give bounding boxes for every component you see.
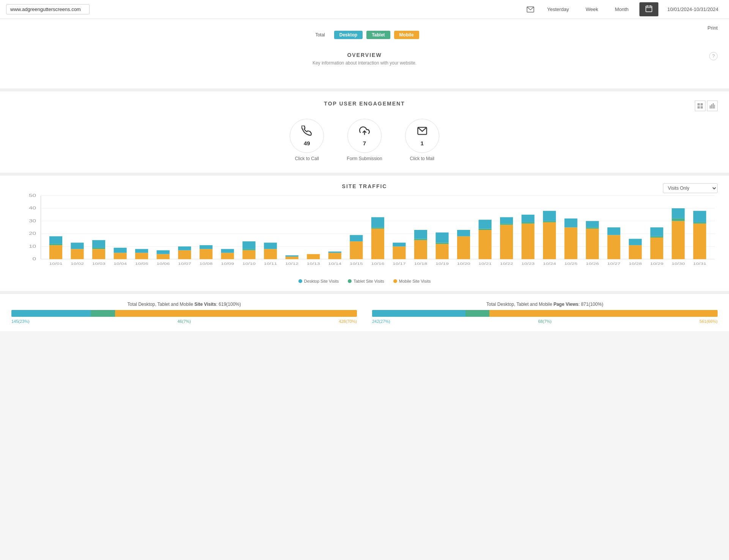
summary-pageviews-labels: 242(27%) 68(7%) 561(66%) <box>372 319 718 324</box>
legend-mobile-label: Mobile Site Visits <box>399 279 431 283</box>
mail-label: Click to Mail <box>410 156 434 161</box>
chart-view-button[interactable] <box>707 101 718 111</box>
engagement-card-call: 49 Click to Call <box>290 119 324 161</box>
svg-rect-54 <box>221 253 234 259</box>
svg-text:20: 20 <box>29 231 36 236</box>
svg-text:30: 30 <box>29 218 36 223</box>
svg-rect-11 <box>713 103 714 109</box>
filter-total[interactable]: Total <box>310 31 330 39</box>
engagement-header: TOP USER ENGAGEMENT <box>11 101 718 111</box>
svg-rect-87 <box>436 243 448 244</box>
svg-rect-82 <box>414 240 427 259</box>
svg-text:10/29: 10/29 <box>650 261 663 266</box>
svg-text:10/25: 10/25 <box>564 261 578 266</box>
svg-text:10/28: 10/28 <box>629 261 642 266</box>
top-controls: Print Total Desktop Tablet Mobile <box>0 19 729 44</box>
svg-text:10/14: 10/14 <box>328 261 341 266</box>
svg-rect-79 <box>393 247 406 260</box>
svg-rect-109 <box>565 227 578 259</box>
svg-text:10/03: 10/03 <box>92 261 106 266</box>
call-circle: 49 <box>290 119 324 153</box>
summary-visits-bar <box>11 310 357 317</box>
svg-rect-29 <box>49 244 62 245</box>
svg-rect-126 <box>672 221 685 260</box>
svg-rect-91 <box>457 230 470 236</box>
svg-rect-1 <box>646 6 652 12</box>
filter-mobile[interactable]: Mobile <box>394 31 419 39</box>
svg-rect-62 <box>264 243 277 249</box>
legend-tablet-dot <box>348 279 352 283</box>
svg-rect-97 <box>500 225 513 260</box>
print-button[interactable]: Print <box>707 25 718 31</box>
svg-rect-55 <box>221 249 234 253</box>
engagement-section: TOP USER ENGAGEMENT <box>0 91 729 176</box>
svg-rect-90 <box>457 236 470 259</box>
svg-rect-36 <box>92 248 105 249</box>
svg-text:50: 50 <box>29 193 36 198</box>
date-range: 10/01/2024-10/31/2024 <box>663 3 723 15</box>
summary-pageviews-title: Total Desktop, Tablet and Mobile Page Vi… <box>372 302 718 307</box>
svg-rect-77 <box>371 217 384 227</box>
svg-text:10/20: 10/20 <box>457 261 470 266</box>
svg-rect-117 <box>608 227 620 235</box>
yesterday-button[interactable]: Yesterday <box>541 3 575 15</box>
svg-rect-105 <box>543 222 556 259</box>
svg-rect-120 <box>629 239 642 245</box>
svg-rect-103 <box>522 215 535 222</box>
svg-rect-58 <box>243 249 256 250</box>
chart-legend: Desktop Site Visits Tablet Site Visits M… <box>11 279 718 283</box>
header: Yesterday Week Month 10/01/2024-10/31/20… <box>0 0 729 19</box>
svg-rect-84 <box>414 230 427 239</box>
svg-rect-94 <box>478 229 491 230</box>
pageviews-label-tablet: 68(7%) <box>538 319 552 324</box>
summary-section: Total Desktop, Tablet and Mobile Site Vi… <box>0 294 729 331</box>
pageviews-bar-mobile <box>489 310 718 317</box>
summary-visits: Total Desktop, Tablet and Mobile Site Vi… <box>11 302 357 324</box>
svg-text:10/17: 10/17 <box>393 261 406 266</box>
svg-rect-5 <box>697 103 700 105</box>
traffic-title-row: SITE TRAFFIC Visits Only Visits + Page V… <box>11 183 718 189</box>
svg-rect-80 <box>393 243 406 247</box>
svg-rect-98 <box>500 223 513 225</box>
url-input[interactable] <box>6 4 90 14</box>
month-button[interactable]: Month <box>609 3 634 15</box>
calendar-button[interactable] <box>639 2 658 16</box>
svg-rect-52 <box>200 245 213 249</box>
svg-rect-9 <box>710 105 711 109</box>
svg-text:10/30: 10/30 <box>672 261 685 266</box>
grid-view-button[interactable] <box>695 101 705 111</box>
svg-rect-51 <box>200 249 213 259</box>
svg-rect-102 <box>522 222 535 223</box>
email-nav-icon[interactable] <box>524 3 536 16</box>
pageviews-bar-tablet <box>465 310 490 317</box>
svg-rect-107 <box>543 211 556 221</box>
summary-pageviews: Total Desktop, Tablet and Mobile Page Vi… <box>372 302 718 324</box>
svg-rect-65 <box>286 255 298 256</box>
svg-text:10/05: 10/05 <box>135 261 148 266</box>
svg-text:10/18: 10/18 <box>414 261 427 266</box>
svg-rect-72 <box>350 241 363 259</box>
help-icon[interactable]: ? <box>709 52 718 60</box>
svg-rect-10 <box>711 104 712 109</box>
overview-header: OVERVIEW Key information about interacti… <box>11 52 718 73</box>
svg-rect-7 <box>697 106 700 109</box>
engagement-title: TOP USER ENGAGEMENT <box>129 101 600 107</box>
week-button[interactable]: Week <box>579 3 604 15</box>
svg-text:10: 10 <box>29 244 36 249</box>
svg-rect-45 <box>157 254 170 259</box>
svg-rect-8 <box>701 106 703 109</box>
visits-bar-desktop <box>11 310 91 317</box>
svg-text:10/27: 10/27 <box>607 261 620 266</box>
svg-text:10/21: 10/21 <box>478 261 492 266</box>
overview-title: OVERVIEW <box>129 52 600 58</box>
svg-rect-131 <box>693 222 706 223</box>
filter-tablet[interactable]: Tablet <box>366 31 390 39</box>
svg-rect-112 <box>586 229 599 259</box>
svg-text:10/24: 10/24 <box>543 261 556 266</box>
svg-text:10/04: 10/04 <box>114 261 127 266</box>
svg-rect-124 <box>650 227 663 236</box>
call-label: Click to Call <box>295 156 319 161</box>
legend-desktop-dot <box>298 279 302 283</box>
svg-rect-69 <box>328 253 341 259</box>
filter-desktop[interactable]: Desktop <box>334 31 363 39</box>
